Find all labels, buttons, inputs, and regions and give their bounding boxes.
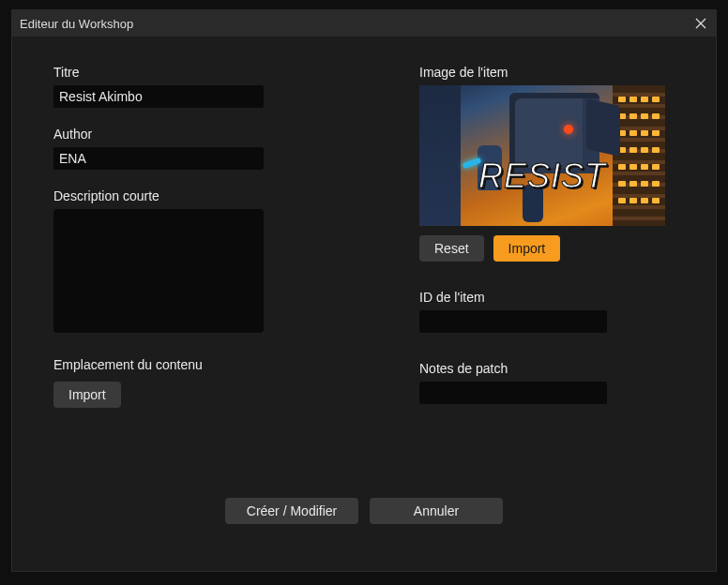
title-label: Titre (53, 65, 316, 80)
author-input[interactable] (53, 147, 264, 170)
cancel-button[interactable]: Annuler (370, 498, 503, 524)
window-title: Editeur du Workshop (20, 17, 133, 31)
create-modify-button[interactable]: Créer / Modifier (225, 498, 358, 524)
left-column: Titre Author Description courte Emplacem… (53, 65, 316, 408)
title-input[interactable] (53, 85, 264, 108)
content-import-button[interactable]: Import (53, 382, 121, 408)
patch-notes-input[interactable] (419, 382, 607, 404)
content-location-label: Emplacement du contenu (53, 357, 316, 372)
item-image-label: Image de l'item (419, 65, 675, 80)
close-icon[interactable] (693, 16, 708, 31)
image-reset-button[interactable]: Reset (419, 235, 484, 262)
patch-notes-label: Notes de patch (419, 361, 675, 376)
author-label: Author (53, 127, 316, 142)
item-image-preview: RESIST (419, 85, 665, 226)
item-id-label: ID de l'item (419, 290, 675, 305)
footer-buttons: Créer / Modifier Annuler (12, 498, 716, 524)
short-description-label: Description courte (53, 188, 316, 203)
short-description-input[interactable] (53, 209, 264, 333)
titlebar: Editeur du Workshop (12, 10, 716, 37)
image-import-button[interactable]: Import (493, 235, 561, 262)
item-id-input[interactable] (419, 310, 607, 333)
right-column: Image de l'item RESIST (419, 65, 675, 408)
preview-logo-text: RESIST (478, 157, 606, 196)
workshop-editor-window: Editeur du Workshop Titre Author Descrip… (11, 9, 717, 572)
